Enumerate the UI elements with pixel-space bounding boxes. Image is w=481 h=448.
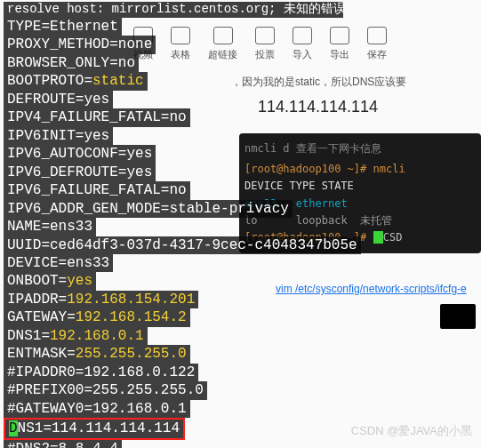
config-line: #IPADDR0=192.168.0.122 [4, 364, 198, 381]
cursor-block [373, 231, 383, 244]
highlighted-dns-line: DNS1=114.114.114.114 [4, 418, 185, 439]
config-line: NAME=ens33 [4, 218, 96, 236]
config-line: ENTMASK=255.255.255.0 [4, 345, 190, 363]
config-line: PROXY_METHOD=none [4, 36, 156, 53]
config-line: IPV6_DEFROUTE=yes [4, 164, 156, 181]
config-line: IPADDR=192.168.154.201 [4, 291, 198, 308]
config-line: IPV4_FAILURE_FATAL=no [4, 108, 190, 126]
config-line: IPV6_ADDR_GEN_MODE=stable-privacy [4, 200, 293, 218]
config-line: TYPE=Ethernet [4, 18, 122, 36]
config-line: GATEWAY=192.168.154.2 [4, 308, 190, 326]
save-icon [367, 27, 387, 44]
config-line: DNS1=192.168.0.1 [4, 327, 148, 345]
toolbar-save[interactable]: 保存 [367, 27, 387, 61]
config-line: BROWSER_ONLY=no [4, 54, 139, 72]
config-line: ONBOOT=yes [4, 272, 96, 290]
cursor-icon: D [9, 420, 18, 436]
config-line: IPV6_AUTOCONF=yes [4, 145, 156, 163]
faded-error-line: resolve host: mirrorlist.centos.org; 未知的… [4, 2, 343, 18]
config-line: IPV6_FAILURE_FATAL=no [4, 181, 190, 199]
config-line: DEVICE=ens33 [4, 254, 113, 272]
config-line: #DNS2=8.8.4.4 [4, 440, 122, 448]
config-line: #PREFIX00=255.255.255.0 [4, 381, 207, 399]
watermark: CSDN @爱JAVA的小黑 [351, 423, 472, 439]
config-line: #GATEWAY0=192.168.0.1 [4, 400, 190, 418]
thumbnail [440, 304, 476, 329]
config-line: UUID=ced64df3-037d-4317-9cec-c4048347b05… [4, 236, 361, 254]
config-line: IPV6INIT=yes [4, 127, 113, 145]
config-line: DEFROUTE=yes [4, 91, 113, 108]
config-line: BOOTPROTO=static [4, 72, 148, 90]
main-terminal[interactable]: resolve host: mirrorlist.centos.org; 未知的… [0, 0, 347, 448]
